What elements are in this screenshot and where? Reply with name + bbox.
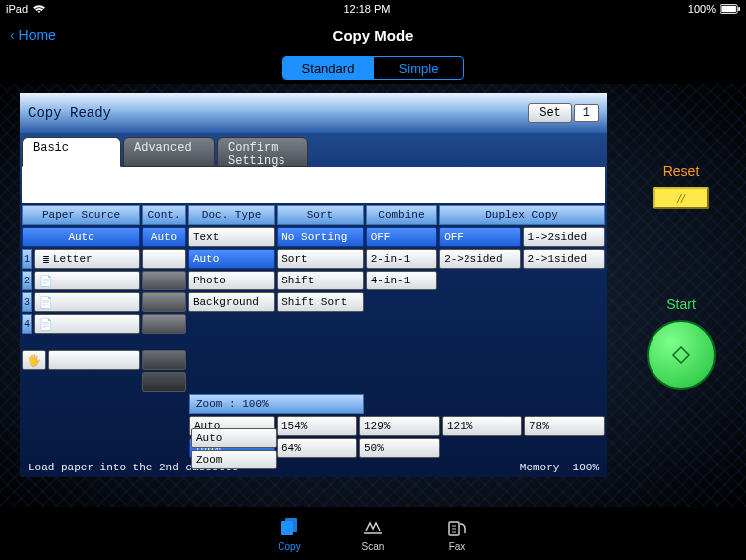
scan-icon xyxy=(361,515,385,539)
bypass-tray[interactable]: 🖐 xyxy=(22,350,140,370)
wifi-icon xyxy=(32,4,46,14)
svg-rect-1 xyxy=(721,6,736,12)
sort-shift[interactable]: Shift xyxy=(277,271,363,290)
battery-pct: 100% xyxy=(688,3,716,15)
zoom-presets: 154% 129% 121% 78% 64% 50% xyxy=(277,416,605,458)
tool-scan[interactable]: Scan xyxy=(361,515,385,552)
sort-header: Sort xyxy=(277,205,363,225)
tab-body xyxy=(22,167,605,203)
reset-label: Reset xyxy=(663,163,700,179)
cont-blank-1[interactable] xyxy=(142,249,186,269)
set-count: 1 xyxy=(574,104,599,122)
device-label: iPad xyxy=(6,3,28,15)
tool-copy[interactable]: Copy xyxy=(278,515,301,552)
bottom-toolbar: Copy Scan Fax xyxy=(0,507,746,560)
tab-advanced[interactable]: Advanced xyxy=(123,137,215,167)
side-controls: Reset // Start xyxy=(637,93,726,390)
tray-icon: 📄 xyxy=(39,318,53,331)
svg-rect-4 xyxy=(285,518,297,532)
cont-density-5[interactable] xyxy=(142,372,186,392)
cont-density-1[interactable] xyxy=(142,271,186,290)
duplex-1-2[interactable]: 1->2sided xyxy=(523,227,605,247)
reset-button[interactable]: // xyxy=(653,187,709,209)
seg-standard[interactable]: Standard xyxy=(283,57,373,79)
fax-icon xyxy=(445,515,468,539)
zoom-78[interactable]: 78% xyxy=(524,416,605,436)
doc-text[interactable]: Text xyxy=(188,227,275,247)
zoom-header: Zoom : 100% xyxy=(189,394,364,414)
col-paper-source: Paper Source Auto 1 ≣Letter 2 📄 3 📄 4 📄 xyxy=(22,205,140,392)
col-doc-type: Doc. Type Text Auto Photo Background xyxy=(188,205,275,392)
tray-icon: 📄 xyxy=(39,296,53,309)
clock: 12:18 PM xyxy=(343,3,390,15)
cont-density-2[interactable] xyxy=(142,292,186,312)
col-duplex: Duplex Copy OFF 1->2sided 2->2sided 2->1… xyxy=(439,205,605,392)
duplex-2-1[interactable]: 2->1sided xyxy=(523,249,605,269)
zoom-129[interactable]: 129% xyxy=(359,416,440,436)
tabs: Basic Advanced Confirm Settings xyxy=(20,133,607,167)
cont-auto[interactable]: Auto xyxy=(142,227,186,247)
zoom-area: Zoom : 100% Auto 100% 154% 129% 121% 78%… xyxy=(20,392,607,458)
tray-2[interactable]: 2 📄 xyxy=(22,271,140,290)
sort-sort[interactable]: Sort xyxy=(277,249,363,269)
tray-1-label: Letter xyxy=(53,253,93,265)
start-button[interactable] xyxy=(647,320,716,390)
cont-header: Cont. xyxy=(142,205,186,225)
zoom-64[interactable]: 64% xyxy=(277,438,357,458)
zoom-121[interactable]: 121% xyxy=(442,416,522,436)
diamond-icon xyxy=(671,345,691,365)
panel-header: Copy Ready Set 1 xyxy=(20,93,607,133)
start-label: Start xyxy=(666,296,696,312)
zoom-50[interactable]: 50% xyxy=(359,438,440,458)
zoom-mode-zoom[interactable]: Zoom xyxy=(191,450,277,469)
paper-source-header: Paper Source xyxy=(22,205,140,225)
tray-1-num: 1 xyxy=(22,249,32,269)
main-area: Copy Ready Set 1 Basic Advanced Confirm … xyxy=(0,84,746,507)
doc-auto[interactable]: Auto xyxy=(188,249,275,269)
sort-shift-sort[interactable]: Shift Sort xyxy=(277,292,363,312)
col-cont: Cont. Auto xyxy=(142,205,186,392)
svg-rect-2 xyxy=(738,7,740,11)
nav-bar: ‹ Home Copy Mode xyxy=(0,18,746,52)
set-button[interactable]: Set xyxy=(528,103,572,123)
cont-density-4[interactable] xyxy=(142,350,186,370)
doc-photo[interactable]: Photo xyxy=(188,271,275,290)
ios-status-bar: iPad 12:18 PM 100% xyxy=(0,0,746,18)
paper-auto[interactable]: Auto xyxy=(22,227,140,247)
tray-4[interactable]: 4 📄 xyxy=(22,314,140,334)
panel-status-row: Load paper into the 2nd cassette Memory … xyxy=(20,458,607,477)
bypass-icon: 🖐 xyxy=(27,354,41,367)
tray-icon: 📄 xyxy=(39,275,53,287)
back-button[interactable]: ‹ Home xyxy=(0,27,56,43)
mode-segmented-row: Standard Simple xyxy=(0,52,746,84)
tray-1[interactable]: 1 ≣Letter xyxy=(22,249,140,269)
memory-status: Memory 100% xyxy=(520,462,599,473)
combine-4in1[interactable]: 4-in-1 xyxy=(366,271,438,290)
zoom-154[interactable]: 154% xyxy=(277,416,357,436)
ready-label: Copy Ready xyxy=(28,105,111,121)
doc-background[interactable]: Background xyxy=(188,292,275,312)
combine-2in1[interactable]: 2-in-1 xyxy=(366,249,438,269)
cont-density-3[interactable] xyxy=(142,314,186,334)
seg-simple[interactable]: Simple xyxy=(373,57,463,79)
duplex-2-2[interactable]: 2->2sided xyxy=(439,249,520,269)
doc-type-header: Doc. Type xyxy=(188,205,275,225)
copy-icon xyxy=(278,515,301,539)
chevron-left-icon: ‹ xyxy=(10,27,19,43)
duplex-header: Duplex Copy xyxy=(439,205,605,225)
col-combine: Combine OFF 2-in-1 4-in-1 xyxy=(366,205,438,392)
set-box: Set 1 xyxy=(528,103,599,123)
zoom-mode-auto[interactable]: Auto xyxy=(191,428,277,448)
combine-off[interactable]: OFF xyxy=(366,227,438,247)
tray-3[interactable]: 3 📄 xyxy=(22,292,140,312)
mode-segmented: Standard Simple xyxy=(282,56,464,80)
tab-confirm-settings[interactable]: Confirm Settings xyxy=(217,137,308,167)
tray-icon: ≣ xyxy=(39,253,53,266)
sort-none[interactable]: No Sorting xyxy=(277,227,363,247)
col-sort: Sort No Sorting Sort Shift Shift Sort xyxy=(277,205,363,392)
tab-basic[interactable]: Basic xyxy=(22,137,121,167)
duplex-off[interactable]: OFF xyxy=(439,227,520,247)
tool-fax[interactable]: Fax xyxy=(445,515,468,552)
page-title: Copy Mode xyxy=(0,27,746,44)
zoom-left xyxy=(22,394,187,458)
